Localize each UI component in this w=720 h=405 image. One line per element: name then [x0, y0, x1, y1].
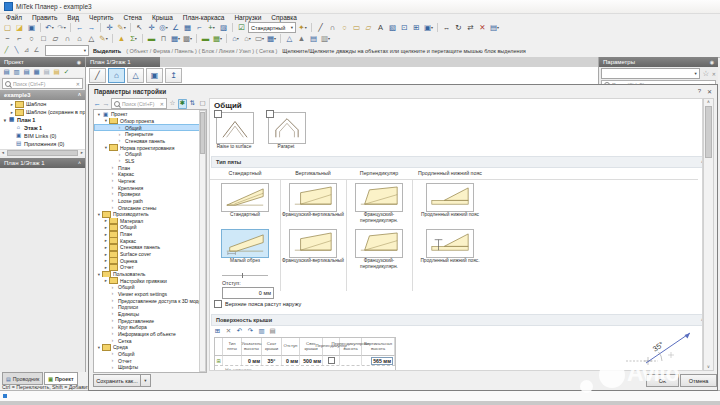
back-icon[interactable]: ←: [74, 23, 85, 33]
project-tree-item[interactable]: ▤Приложения (0): [0, 140, 85, 148]
settings-tree-item[interactable]: ▸Каркас: [94, 237, 201, 244]
collapse-all-icon[interactable]: ▢: [198, 99, 207, 109]
menu-item-Чертить[interactable]: Чертить: [89, 14, 113, 21]
settings-tree-item[interactable]: ›Отчет: [94, 357, 201, 364]
settings-tree-item[interactable]: ›Loose path: [94, 198, 201, 205]
project-tree-item[interactable]: ▾▦План 1: [0, 116, 85, 124]
paste-icon[interactable]: ⊞: [411, 23, 422, 33]
save-icon[interactable]: ▣: [26, 23, 37, 33]
menu-item-Нагрузки[interactable]: Нагрузки: [234, 14, 261, 21]
roof1-icon[interactable]: ⌂▾: [230, 34, 241, 44]
line-icon[interactable]: ╱: [315, 23, 326, 33]
settings-tree-item[interactable]: ▸План: [94, 231, 201, 238]
scrollbar-thumb[interactable]: [705, 106, 712, 158]
settings-tree-item[interactable]: ▾Обзор проекта: [94, 118, 201, 125]
add-icon[interactable]: +▾: [206, 23, 217, 33]
zoom-icon[interactable]: ◎▾: [158, 23, 169, 33]
preset-combo[interactable]: Стандартный▾: [248, 22, 296, 33]
settings-tree-item[interactable]: ›Чертеж: [94, 178, 201, 185]
pen2-icon[interactable]: ✎▾: [98, 34, 109, 44]
panel2-icon[interactable]: ▦▾: [170, 34, 181, 44]
move-icon[interactable]: ↔: [441, 23, 452, 33]
copy-icon[interactable]: ⊡: [399, 23, 410, 33]
heel-type-option[interactable]: [355, 183, 403, 212]
table-cell[interactable]: [223, 356, 242, 365]
tree-plans-icon[interactable]: ▤: [22, 67, 31, 77]
project-tree-hscrollbar[interactable]: ◂ ▸: [0, 149, 85, 156]
filter-check-icon[interactable]: ✓: [62, 67, 71, 77]
table-cell[interactable]: [340, 356, 362, 365]
settings-tree-item[interactable]: ›Viewer export settings: [94, 291, 201, 298]
rect-icon[interactable]: ▭: [351, 23, 362, 33]
table-cell[interactable]: 0 мм: [242, 356, 262, 365]
settings-tree-item[interactable]: ▸Оценка: [94, 257, 201, 264]
polyline-icon[interactable]: ⌐: [14, 34, 25, 44]
angle2-icon[interactable]: ╲: [12, 46, 21, 56]
panel3-icon[interactable]: ▩▾: [182, 34, 193, 44]
slider-handle[interactable]: [242, 273, 243, 278]
grow-checkbox[interactable]: [214, 300, 222, 308]
settings-tree-item[interactable]: ›Описание стены: [94, 204, 201, 211]
save-as-dropdown-button[interactable]: ▾: [140, 374, 151, 387]
add-row-icon[interactable]: ⊞: [216, 358, 220, 364]
project-tree-item[interactable]: ▸Шаблон: [0, 100, 85, 108]
parallelogram-icon[interactable]: ▱: [50, 34, 61, 44]
misc-icon[interactable]: ▥▾: [320, 34, 331, 44]
cancel-button[interactable]: Отмена: [680, 374, 717, 387]
settings-tree-item[interactable]: ▾Пользователь: [94, 271, 201, 278]
text-icon[interactable]: A: [375, 23, 386, 33]
roof-shape-icon[interactable]: ⌂: [74, 34, 85, 44]
roof4-icon[interactable]: ▦▾: [266, 34, 277, 44]
settings-tree-item[interactable]: ›План: [94, 164, 201, 171]
params-preset-combo[interactable]: ▾: [601, 68, 700, 79]
beam-tool-icon[interactable]: Σ▾: [128, 34, 139, 44]
floor-panel-header[interactable]: План 1/Этаж 1 ˄: [0, 158, 85, 168]
polygon-icon[interactable]: ▱: [363, 23, 374, 33]
panel-green-icon[interactable]: ▬: [146, 34, 157, 44]
menu-item-Справка[interactable]: Справка: [271, 14, 297, 21]
tree-all-icon[interactable]: ▤: [2, 67, 11, 77]
nav-back-icon[interactable]: ←: [93, 99, 101, 109]
settings-tree-item[interactable]: ▸Материал: [94, 218, 201, 225]
project-panel-header[interactable]: Проект ◉: [0, 57, 85, 67]
undo-icon[interactable]: ↶▾: [44, 23, 55, 33]
sort-icon[interactable]: ⇅: [188, 99, 197, 109]
ok-button[interactable]: ОК: [646, 374, 679, 387]
heel-type-option[interactable]: [355, 229, 403, 258]
angle1-icon[interactable]: ╱: [2, 46, 11, 56]
settings-tree-scrollbar[interactable]: [199, 110, 206, 372]
tree-groups-icon[interactable]: ▦: [32, 67, 41, 77]
roof3-icon[interactable]: ▭▾: [254, 34, 265, 44]
settings-tree-item[interactable]: ›Общий: [94, 351, 201, 358]
dialog-close-icon[interactable]: ✕: [707, 88, 712, 95]
tree-levels-icon[interactable]: ▥: [12, 67, 21, 77]
dialog-scrollbar[interactable]: ∧ ∨: [703, 98, 714, 371]
menu-item-Файл[interactable]: Файл: [6, 14, 22, 21]
settings-tree-item[interactable]: ▾Норма проектирования: [94, 144, 201, 151]
menu-item-Вид[interactable]: Вид: [67, 14, 79, 21]
node-select-icon[interactable]: ✛: [146, 23, 157, 33]
table-icon[interactable]: ▦: [182, 23, 193, 33]
tree-sets-icon[interactable]: ▤: [42, 67, 51, 77]
style-pen-icon[interactable]: ✎▾: [116, 23, 127, 33]
collapse-icon[interactable]: ˄: [78, 160, 81, 166]
columns-icon[interactable]: ▥: [257, 327, 266, 337]
settings-tree-item[interactable]: ▾Среда: [94, 344, 201, 351]
settings-tree-item[interactable]: ›Стеновая панель: [94, 138, 201, 145]
scroll-left-icon[interactable]: ◂: [0, 150, 6, 156]
open-icon[interactable]: ◪: [14, 23, 25, 33]
clear-search-icon[interactable]: ✕: [160, 101, 164, 107]
pin-icon[interactable]: ◉: [77, 59, 81, 65]
settings-tree-item[interactable]: ▾▣Проект: [94, 111, 201, 118]
rect2-icon[interactable]: □: [38, 34, 49, 44]
save-as-button[interactable]: Сохранить как...: [93, 374, 141, 387]
circle2-icon[interactable]: ○: [26, 34, 37, 44]
angle4-icon[interactable]: ∠: [32, 46, 41, 56]
document-tab[interactable]: План 1/Этаж 1: [86, 57, 160, 67]
settings-tree-item[interactable]: ›Шрифты: [94, 364, 201, 371]
wall3-icon[interactable]: ▦▾: [212, 34, 223, 44]
settings-tree-item[interactable]: ▸Стеновая панель: [94, 244, 201, 251]
table-cell[interactable]: 500 мм: [300, 356, 323, 365]
wall2-icon[interactable]: ▬: [200, 34, 211, 44]
arc-icon[interactable]: ∩: [327, 23, 338, 33]
